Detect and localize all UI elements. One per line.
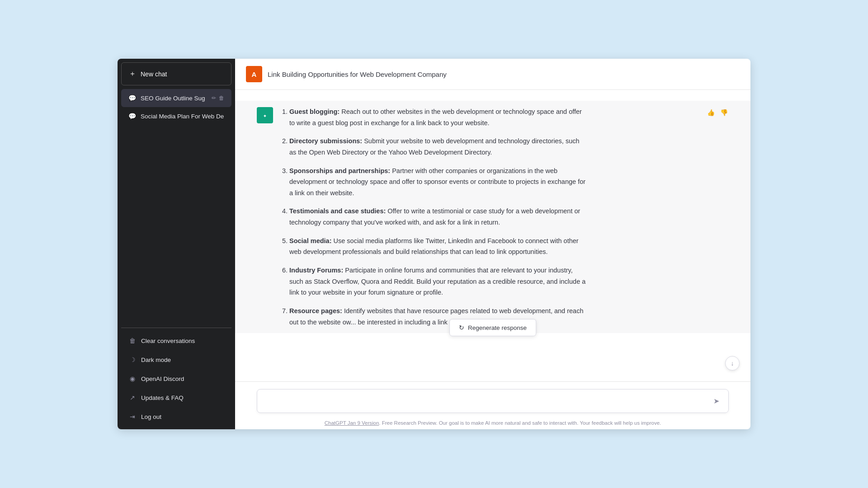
- edit-icon[interactable]: ✏: [212, 95, 216, 101]
- trash-icon: 🗑: [128, 337, 137, 344]
- list-item: Testimonials and case studies: Offer to …: [289, 206, 588, 228]
- dark-mode-label: Dark mode: [141, 357, 171, 363]
- chat-title: SEO Guide Outline Sug: [141, 95, 207, 102]
- clear-conversations-button[interactable]: 🗑 Clear conversations: [121, 332, 231, 350]
- item-title-6: Industry Forums:: [289, 267, 343, 274]
- input-container: ➤: [257, 389, 729, 413]
- logout-label: Log out: [141, 413, 161, 420]
- dark-mode-button[interactable]: ☽ Dark mode: [121, 351, 231, 369]
- chat-item-seo-guide[interactable]: 💬 SEO Guide Outline Sug ✏ 🗑: [121, 89, 231, 107]
- list-item: Industry Forums: Participate in online f…: [289, 265, 588, 298]
- main-content: A Link Building Opportunities for Web De…: [235, 59, 750, 429]
- scroll-down-button[interactable]: ↓: [725, 356, 740, 371]
- plus-icon: ＋: [129, 69, 136, 79]
- external-link-icon: ↗: [128, 394, 137, 401]
- list-item: Social media: Use social media platforms…: [289, 235, 588, 258]
- user-avatar: A: [246, 66, 262, 82]
- chat-header: A Link Building Opportunities for Web De…: [235, 59, 750, 90]
- footer-text: . Free Research Preview. Our goal is to …: [379, 420, 661, 426]
- regenerate-label: Regenerate response: [468, 324, 527, 331]
- regenerate-button[interactable]: ↻ Regenerate response: [449, 319, 536, 336]
- list-item: Sponsorships and partnerships: Partner w…: [289, 165, 588, 199]
- updates-faq-button[interactable]: ↗ Updates & FAQ: [121, 389, 231, 407]
- thumbs-down-button[interactable]: 👎: [719, 108, 729, 117]
- chat-title: Social Media Plan For Web De: [141, 113, 224, 120]
- item-title-2: Directory submissions:: [289, 137, 362, 145]
- delete-icon[interactable]: 🗑: [219, 95, 224, 101]
- message-content: Guest blogging: Reach out to other websi…: [280, 106, 588, 328]
- list-item: Resource pages: Identify websites that h…: [289, 305, 588, 328]
- item-title-3: Sponsorships and partnerships:: [289, 167, 390, 174]
- input-area: ➤: [235, 381, 750, 417]
- sidebar: ＋ New chat 💬 SEO Guide Outline Sug ✏ 🗑 💬…: [118, 59, 235, 429]
- action-icons: ✏ 🗑: [212, 95, 224, 101]
- clear-conversations-label: Clear conversations: [141, 338, 195, 344]
- send-button[interactable]: ➤: [712, 395, 721, 407]
- svg-text:✦: ✦: [263, 114, 267, 118]
- regenerate-icon: ↻: [459, 324, 464, 331]
- chat-header-title: Link Building Opportunities for Web Deve…: [268, 70, 447, 78]
- chat-body[interactable]: ✦ Guest blogging: Reach out to other web…: [235, 90, 750, 381]
- item-title-5: Social media:: [289, 237, 331, 244]
- item-text-5: Use social media platforms like Twitter,…: [289, 237, 579, 256]
- updates-faq-label: Updates & FAQ: [141, 394, 184, 401]
- chat-bubble-icon: 💬: [128, 113, 136, 120]
- sidebar-divider: [121, 328, 231, 328]
- discord-button[interactable]: ◉ OpenAI Discord: [121, 370, 231, 388]
- discord-label: OpenAI Discord: [141, 375, 184, 382]
- logout-icon: ⇥: [128, 413, 137, 420]
- chat-bubble-icon: 💬: [128, 94, 136, 102]
- list-item: Guest blogging: Reach out to other websi…: [289, 106, 588, 128]
- chat-item-social-media[interactable]: 💬 Social Media Plan For Web De: [121, 107, 231, 125]
- chat-history: 💬 SEO Guide Outline Sug ✏ 🗑 💬 Social Med…: [121, 89, 231, 324]
- item-title-7: Resource pages:: [289, 307, 342, 314]
- thumbs-up-button[interactable]: 👍: [706, 108, 716, 117]
- chat-input[interactable]: [264, 398, 712, 405]
- footer: ChatGPT Jan 9 Version. Free Research Pre…: [235, 417, 750, 429]
- item-title-4: Testimonials and case studies:: [289, 207, 386, 215]
- gpt-avatar: ✦: [257, 107, 273, 123]
- discord-icon: ◉: [128, 375, 137, 382]
- assistant-message: ✦ Guest blogging: Reach out to other web…: [235, 101, 750, 333]
- item-title-1: Guest blogging:: [289, 108, 340, 115]
- moon-icon: ☽: [128, 356, 137, 363]
- regenerate-container: ↻ Regenerate response: [449, 319, 536, 336]
- sidebar-bottom: 🗑 Clear conversations ☽ Dark mode ◉ Open…: [121, 332, 231, 426]
- new-chat-label: New chat: [141, 70, 167, 78]
- chatgpt-version-link[interactable]: ChatGPT Jan 9 Version: [325, 420, 379, 426]
- new-chat-button[interactable]: ＋ New chat: [121, 62, 231, 85]
- list-item: Directory submissions: Submit your websi…: [289, 136, 588, 158]
- message-feedback: 👍 👎: [706, 108, 729, 117]
- logout-button[interactable]: ⇥ Log out: [121, 408, 231, 426]
